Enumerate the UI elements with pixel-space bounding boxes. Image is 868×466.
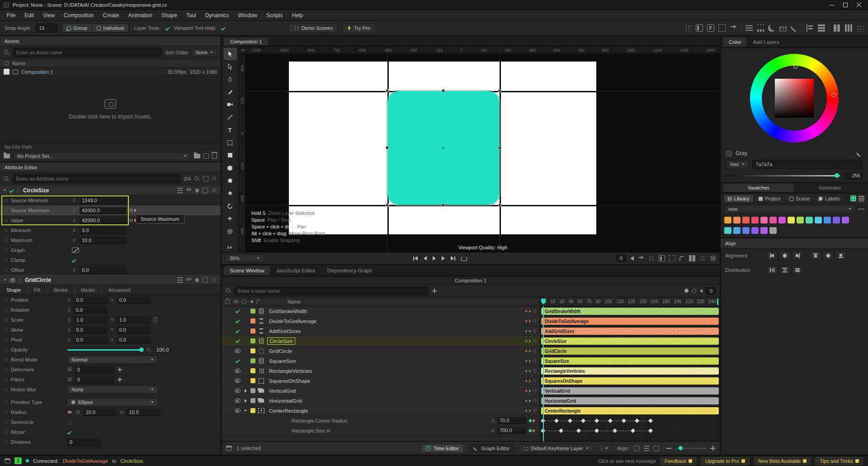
eyedropper-icon[interactable] bbox=[857, 151, 863, 157]
swatches-tab[interactable]: Swatches bbox=[723, 184, 794, 192]
property-row[interactable]: Rectangle.Corner Radius # 70.0 bbox=[222, 416, 540, 426]
align-start-icon[interactable] bbox=[634, 446, 639, 451]
layer-track-row[interactable]: CenterRectangle bbox=[540, 406, 720, 416]
hue-ring[interactable] bbox=[750, 54, 839, 143]
panel-tab[interactable]: JavaScript Editor bbox=[271, 266, 321, 275]
sliders-icon[interactable] bbox=[177, 188, 183, 193]
attribute-row[interactable]: Source Minimum # 1243.0 bbox=[0, 195, 221, 205]
zoom-slider[interactable] bbox=[675, 448, 707, 449]
motion-path-icon[interactable] bbox=[730, 24, 737, 32]
layer-track-row[interactable]: HorizontalGrid bbox=[540, 396, 720, 406]
library-filter-button[interactable]: Labels bbox=[815, 195, 843, 202]
direct-select-tool[interactable] bbox=[224, 61, 236, 72]
polygon-tool[interactable] bbox=[224, 175, 236, 186]
keyframe-diamond[interactable] bbox=[635, 418, 639, 423]
previous-keyframe-icon[interactable] bbox=[525, 389, 527, 392]
track-area[interactable]: GridStrokeWidth DivideToGetAverage bbox=[540, 306, 720, 441]
clear-search-icon[interactable] bbox=[212, 176, 217, 181]
hue-selector[interactable] bbox=[831, 93, 836, 97]
star-tool[interactable] bbox=[224, 187, 236, 199]
checkbox-checked-icon[interactable] bbox=[72, 258, 76, 262]
keyframe-diamond[interactable] bbox=[622, 418, 626, 423]
skip-to-end-button[interactable] bbox=[451, 256, 455, 261]
shape-tab[interactable]: Stroke bbox=[47, 285, 74, 295]
connector-socket[interactable] bbox=[5, 269, 8, 272]
value-field[interactable]: 0.0 bbox=[74, 337, 107, 343]
shape-attribute-row[interactable]: Pivot X 0.0 Y 0.0 0.0 0.0 bbox=[0, 335, 221, 345]
visibility-toggle[interactable] bbox=[234, 340, 241, 342]
layer-row[interactable]: CircleSize bbox=[222, 336, 540, 346]
swatches-tab[interactable]: Generator bbox=[795, 184, 865, 192]
property-value-field[interactable]: 700.0 bbox=[497, 427, 526, 434]
previous-keyframe-icon[interactable] bbox=[525, 349, 527, 352]
hex-value-input[interactable] bbox=[752, 160, 863, 169]
project-select[interactable]: No Project Set... bbox=[13, 152, 191, 160]
attribute-value-field[interactable]: 42000.0 bbox=[80, 217, 127, 224]
menu-item[interactable]: Create bbox=[99, 11, 123, 19]
align-left-button[interactable] bbox=[767, 251, 778, 260]
shape-tab[interactable]: Advanced bbox=[101, 285, 137, 295]
dropdown-select[interactable]: Ellipse bbox=[67, 398, 158, 406]
fill-indicator-icon[interactable] bbox=[684, 289, 689, 293]
individual-toggle[interactable]: Individual bbox=[92, 24, 129, 32]
next-keyframe-icon[interactable] bbox=[529, 329, 531, 332]
color-swatch[interactable] bbox=[742, 227, 750, 234]
connector-socket[interactable] bbox=[5, 348, 8, 352]
keyframe-diamond[interactable] bbox=[554, 418, 559, 423]
slider-knob[interactable] bbox=[139, 347, 144, 352]
selection-handle[interactable] bbox=[498, 204, 501, 207]
selection-handle[interactable] bbox=[498, 89, 501, 92]
visibility-toggle[interactable] bbox=[234, 320, 241, 322]
connector-socket[interactable] bbox=[5, 249, 8, 252]
statusbar-button[interactable]: New Beta Available bbox=[754, 457, 811, 465]
visibility-toggle[interactable] bbox=[234, 389, 241, 393]
layer-color-chip[interactable] bbox=[250, 368, 255, 373]
statusbar-button[interactable]: Feedback bbox=[660, 457, 697, 465]
next-keyframe-icon[interactable] bbox=[529, 309, 531, 312]
attribute-row[interactable]: Clamp bbox=[0, 255, 221, 265]
shape-tab[interactable]: Shape bbox=[0, 285, 27, 295]
menu-item[interactable]: Scripts bbox=[262, 11, 287, 19]
keyframe-diamond-icon[interactable] bbox=[528, 418, 532, 422]
frame-mode-icon[interactable]: F bbox=[707, 24, 714, 32]
pin-icon[interactable] bbox=[194, 188, 199, 193]
shape-attribute-row[interactable]: Opacity % 100.0 100.0 100.0 bbox=[0, 345, 221, 355]
current-frame-input[interactable]: 0 bbox=[706, 287, 716, 295]
panel-tab[interactable]: Scene Window bbox=[224, 266, 270, 275]
layer-track-bar[interactable]: AddGridSizes bbox=[541, 328, 719, 335]
value-field[interactable]: 0.0 bbox=[74, 307, 107, 314]
camera-tool[interactable] bbox=[224, 99, 236, 110]
menu-item[interactable]: Help bbox=[288, 11, 307, 19]
menu-item[interactable]: Tool bbox=[182, 11, 200, 19]
previous-keyframe-icon[interactable] bbox=[525, 309, 527, 312]
keyframe-diamond[interactable] bbox=[648, 428, 653, 433]
viewport-composition-tab[interactable]: Composition 1 bbox=[223, 37, 269, 46]
menu-item[interactable]: Dynamics bbox=[201, 11, 233, 19]
next-keyframe-icon[interactable] bbox=[529, 389, 531, 392]
library-filter-button[interactable]: Library bbox=[724, 195, 753, 202]
expand-toggle[interactable] bbox=[243, 399, 248, 403]
layer-name[interactable]: GridCircle bbox=[267, 348, 294, 354]
value-field[interactable]: 1.0 bbox=[74, 317, 107, 323]
distribute-spacing-button[interactable] bbox=[792, 266, 803, 275]
shape-attribute-row[interactable]: Filters 0 0 0 bbox=[0, 375, 221, 385]
try-pro-button[interactable]: Try Pro bbox=[342, 24, 375, 33]
keyframe-toggle-icon[interactable] bbox=[533, 409, 536, 412]
align-mid-icon[interactable] bbox=[644, 446, 649, 451]
rectangle-tool[interactable] bbox=[224, 149, 236, 161]
keyframe-controls[interactable] bbox=[529, 429, 535, 433]
layer-name[interactable]: SquareSize bbox=[267, 358, 297, 364]
shape-attribute-row[interactable]: Motion Blur None None None bbox=[0, 385, 221, 395]
attribute-value-field[interactable]: 0.0 bbox=[80, 267, 127, 274]
attribute-row[interactable]: Graph bbox=[0, 245, 221, 255]
keyframe-diamond[interactable] bbox=[559, 428, 563, 433]
open-folder-icon[interactable] bbox=[194, 154, 200, 158]
shape-attribute-row[interactable]: Primitive Type Ellipse Ellipse Ellipse bbox=[0, 397, 221, 407]
keyframe-toggle-icon[interactable] bbox=[533, 359, 536, 362]
connector-socket[interactable] bbox=[5, 378, 8, 381]
graph-editor-button[interactable]: Graph Editor bbox=[468, 444, 514, 453]
visibility-column-icon[interactable] bbox=[233, 300, 238, 304]
shape-attribute-row[interactable]: Rotation Z 0.0 0.0 0.0 bbox=[0, 305, 221, 315]
attribute-value-field[interactable]: 1243.0 bbox=[80, 197, 127, 204]
color-swatch[interactable] bbox=[824, 217, 831, 223]
